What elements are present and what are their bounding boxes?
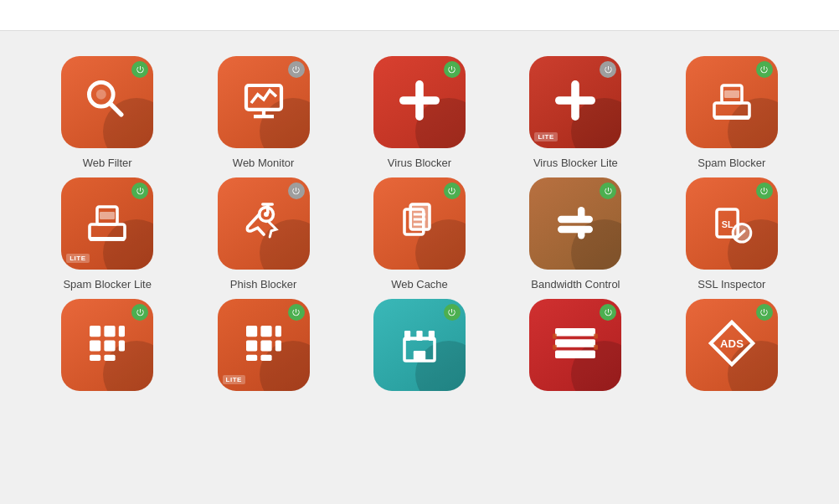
svg-rect-49 (246, 355, 257, 361)
svg-rect-17 (90, 237, 125, 241)
app-label-bandwidth-control: Bandwidth Control (531, 278, 620, 291)
app-icon-wrapper-web-monitor (218, 56, 310, 148)
svg-text:ADS: ADS (720, 337, 744, 350)
app-icon-wrapper-bandwidth-control (529, 177, 621, 270)
svg-rect-57 (555, 328, 595, 337)
app-label-web-filter: Web Filter (83, 157, 132, 169)
svg-rect-20 (266, 204, 270, 214)
app-icon-wrapper-spam-blocker-lite: LITE (61, 177, 153, 270)
app-icon-wrapper-app15: ADS (686, 299, 778, 391)
power-badge[interactable] (288, 304, 305, 321)
svg-rect-9 (555, 96, 595, 105)
svg-rect-37 (119, 326, 125, 337)
app-item-web-cache[interactable]: Web Cache (346, 177, 493, 291)
svg-rect-28 (558, 226, 593, 233)
svg-rect-38 (90, 340, 100, 351)
svg-rect-30 (578, 228, 584, 239)
lite-badge: LITE (534, 132, 557, 141)
svg-rect-40 (119, 340, 125, 351)
app-item-app12[interactable]: LITE (189, 299, 337, 391)
svg-rect-58 (555, 339, 595, 347)
app-icon-wrapper-app14 (529, 299, 621, 391)
app-item-app11[interactable] (33, 299, 181, 391)
svg-rect-13 (714, 116, 749, 120)
app-icon-wrapper-ssl-inspector: SL (686, 177, 778, 270)
lite-badge: LITE (223, 375, 245, 384)
svg-rect-61 (595, 334, 599, 339)
lite-badge: LITE (66, 254, 89, 263)
app-label-virus-blocker: Virus Blocker (388, 157, 451, 169)
app-icon-wrapper-web-filter (61, 56, 153, 148)
svg-rect-62 (553, 345, 557, 350)
app-icon-wrapper-app12: LITE (218, 299, 310, 391)
app-label-spam-blocker: Spam Blocker (697, 157, 765, 169)
app-icon-wrapper-phish-blocker (218, 177, 310, 270)
svg-rect-43 (246, 326, 257, 337)
app-item-spam-blocker[interactable]: Spam Blocker (658, 56, 806, 169)
power-badge[interactable] (756, 304, 773, 321)
power-badge[interactable] (444, 304, 461, 321)
app-icon-wrapper-spam-blocker (686, 56, 778, 148)
app-item-virus-blocker-lite[interactable]: LITE Virus Blocker Lite (502, 56, 649, 169)
app-label-phish-blocker: Phish Blocker (230, 278, 296, 291)
svg-rect-12 (724, 90, 739, 98)
svg-point-2 (96, 90, 106, 100)
svg-rect-59 (555, 350, 595, 358)
svg-rect-45 (275, 326, 281, 337)
power-badge[interactable] (288, 183, 305, 199)
svg-rect-21 (261, 203, 274, 206)
svg-rect-50 (260, 355, 271, 361)
app-label-web-monitor: Web Monitor (233, 157, 294, 169)
app-item-web-filter[interactable]: Web Filter (33, 56, 181, 169)
svg-rect-56 (404, 338, 435, 340)
svg-rect-63 (595, 345, 599, 350)
svg-text:SL: SL (721, 219, 733, 229)
svg-rect-41 (90, 355, 100, 361)
app-icon-wrapper-web-cache (373, 177, 466, 270)
app-item-web-monitor[interactable]: Web Monitor (189, 56, 337, 169)
app-label-spam-blocker-lite: Spam Blocker Lite (63, 278, 152, 291)
power-badge[interactable] (288, 61, 305, 78)
app-icon-wrapper-app11 (61, 299, 153, 391)
power-badge[interactable] (444, 183, 461, 199)
power-badge[interactable] (756, 61, 773, 78)
svg-rect-29 (578, 207, 584, 219)
svg-rect-42 (105, 355, 116, 361)
svg-rect-27 (558, 216, 593, 223)
app-icon-wrapper-virus-blocker (373, 56, 466, 148)
app-item-spam-blocker-lite[interactable]: LITE Spam Blocker Lite (33, 177, 181, 291)
app-label-virus-blocker-lite: Virus Blocker Lite (533, 157, 618, 169)
app-item-virus-blocker[interactable]: Virus Blocker (346, 56, 493, 169)
svg-rect-36 (105, 326, 116, 337)
app-item-phish-blocker[interactable]: Phish Blocker (189, 177, 337, 291)
app-item-app14[interactable] (502, 299, 649, 391)
app-label-web-cache: Web Cache (391, 278, 448, 291)
page-header (0, 0, 839, 31)
svg-rect-47 (260, 340, 271, 351)
app-item-app15[interactable]: ADS (658, 299, 806, 391)
svg-rect-55 (414, 351, 425, 361)
svg-rect-60 (553, 334, 557, 339)
power-badge[interactable] (756, 183, 773, 199)
app-label-ssl-inspector: SSL Inspector (697, 278, 765, 291)
svg-rect-46 (246, 340, 257, 351)
svg-line-1 (111, 104, 121, 115)
app-icon-wrapper-app13 (373, 299, 466, 391)
app-item-ssl-inspector[interactable]: SL SSL Inspector (658, 177, 806, 291)
apps-grid: Web Filter Web Monitor Virus BlockerLITE… (0, 31, 839, 416)
power-badge[interactable] (444, 61, 461, 78)
svg-rect-7 (399, 96, 440, 105)
svg-rect-44 (260, 326, 271, 337)
svg-rect-35 (90, 326, 100, 337)
svg-rect-16 (100, 212, 115, 219)
app-item-app13[interactable] (346, 299, 493, 391)
svg-rect-39 (105, 340, 116, 351)
svg-rect-48 (275, 340, 281, 351)
app-item-bandwidth-control[interactable]: Bandwidth Control (502, 177, 649, 291)
app-icon-wrapper-virus-blocker-lite: LITE (529, 56, 621, 148)
